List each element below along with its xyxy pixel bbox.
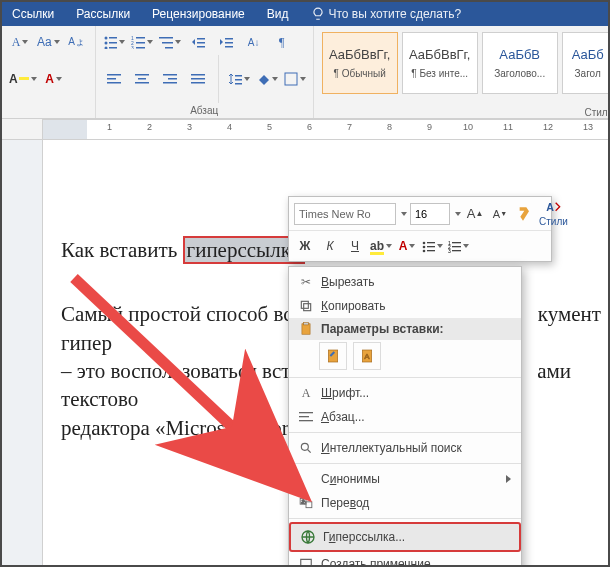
font-color-mini-button[interactable]: A bbox=[396, 234, 418, 258]
paste-options-row: A bbox=[289, 340, 521, 374]
styles-gallery: АаБбВвГг,¶ Обычный АаБбВвГг,¶ Без инте..… bbox=[314, 26, 610, 94]
italic-button[interactable]: К bbox=[319, 234, 341, 258]
menu-copy[interactable]: Копировать bbox=[289, 294, 521, 318]
format-painter-button[interactable] bbox=[514, 202, 536, 226]
menu-cut[interactable]: ✂ Вырезать bbox=[289, 270, 521, 294]
menu-paragraph[interactable]: Абзац... bbox=[289, 405, 521, 429]
vertical-ruler[interactable] bbox=[2, 140, 43, 565]
svg-rect-13 bbox=[162, 42, 173, 44]
multilevel-list-button[interactable] bbox=[158, 30, 182, 54]
svg-text:あ: あ bbox=[301, 499, 306, 504]
align-right-button[interactable] bbox=[158, 67, 182, 91]
svg-text:3: 3 bbox=[448, 248, 451, 253]
font-group-label bbox=[8, 103, 89, 116]
menu-trans-rest: од bbox=[356, 496, 369, 510]
menu-cut-rest: ырезать bbox=[329, 275, 374, 289]
svg-rect-43 bbox=[427, 250, 435, 251]
svg-rect-29 bbox=[163, 82, 177, 84]
line-spacing-button[interactable] bbox=[227, 67, 251, 91]
selected-text[interactable]: гиперссылку bbox=[183, 236, 306, 264]
paste-keep-source[interactable] bbox=[319, 342, 347, 370]
change-case-button[interactable]: Aa bbox=[36, 30, 61, 54]
svg-point-60 bbox=[301, 443, 308, 450]
grow-font-button[interactable]: A▲ bbox=[464, 202, 486, 226]
tab-mailings[interactable]: Рассылки bbox=[76, 7, 130, 21]
ruler[interactable]: 1 2 3 4 5 6 7 8 9 10 11 12 13 bbox=[2, 119, 608, 140]
align-left-button[interactable] bbox=[102, 67, 126, 91]
clipboard-icon bbox=[295, 322, 317, 336]
font-size-input[interactable] bbox=[410, 203, 450, 225]
numbering-button[interactable]: 123 bbox=[130, 30, 154, 54]
underline-button[interactable]: Ч bbox=[344, 234, 366, 258]
menu-font[interactable]: A Шрифт... bbox=[289, 381, 521, 405]
svg-text:A: A bbox=[547, 201, 555, 213]
svg-rect-45 bbox=[452, 242, 461, 243]
svg-rect-47 bbox=[452, 246, 461, 247]
copy-icon bbox=[295, 299, 317, 313]
menu-paragraph-rest: бзац... bbox=[329, 410, 365, 424]
style-heading1[interactable]: АаБбВЗаголово... bbox=[482, 32, 558, 94]
svg-rect-17 bbox=[197, 46, 205, 48]
paste-text-only[interactable]: A bbox=[353, 342, 381, 370]
menu-copy-rest: опировать bbox=[328, 299, 386, 313]
mini-toolbar: A▲ A▼ A Стили Ж К Ч ab A 123 bbox=[288, 196, 552, 262]
text-highlight-mini-button[interactable]: ab bbox=[369, 234, 393, 258]
menu-synonyms[interactable]: Синонимы bbox=[289, 467, 521, 491]
svg-rect-50 bbox=[304, 304, 311, 311]
svg-rect-41 bbox=[427, 246, 435, 247]
menu-hyperlink[interactable]: Гиперссылка... bbox=[289, 522, 521, 552]
svg-rect-27 bbox=[163, 74, 177, 76]
svg-rect-36 bbox=[285, 73, 297, 85]
svg-text:3: 3 bbox=[131, 45, 134, 49]
svg-rect-15 bbox=[197, 38, 205, 40]
tab-references[interactable]: Ссылки bbox=[12, 7, 54, 21]
style-heading2[interactable]: АаБбЗагол bbox=[562, 32, 610, 94]
decrease-indent-button[interactable] bbox=[186, 30, 210, 54]
svg-rect-31 bbox=[191, 78, 205, 80]
style-normal[interactable]: АаБбВвГг,¶ Обычный bbox=[322, 32, 398, 94]
mini-styles-button[interactable]: A Стили bbox=[539, 200, 568, 227]
font-name-input[interactable] bbox=[294, 203, 396, 225]
shading-button[interactable] bbox=[255, 67, 279, 91]
borders-button[interactable] bbox=[283, 67, 307, 91]
svg-rect-25 bbox=[138, 78, 146, 80]
svg-point-0 bbox=[104, 37, 107, 40]
phonetic-guide-button[interactable]: Aょ bbox=[65, 30, 89, 54]
clear-formatting-button[interactable]: A bbox=[8, 30, 32, 54]
svg-point-2 bbox=[104, 42, 107, 45]
align-center-button[interactable] bbox=[130, 67, 154, 91]
menu-paste-options-header: Параметры вставки: bbox=[289, 318, 521, 340]
justify-button[interactable] bbox=[186, 67, 210, 91]
text-highlight-button[interactable]: A bbox=[8, 67, 38, 91]
svg-rect-7 bbox=[136, 37, 145, 39]
svg-point-40 bbox=[423, 245, 426, 248]
bullets-button[interactable] bbox=[102, 30, 126, 54]
menu-font-rest: рифт... bbox=[332, 386, 369, 400]
svg-point-38 bbox=[423, 241, 426, 244]
scissors-icon: ✂ bbox=[295, 275, 317, 289]
show-paragraph-marks-button[interactable]: ¶ bbox=[270, 30, 294, 54]
styles-group-label: Стил bbox=[314, 105, 610, 118]
increase-indent-button[interactable] bbox=[214, 30, 238, 54]
svg-point-42 bbox=[423, 249, 426, 252]
svg-rect-49 bbox=[452, 250, 461, 251]
svg-rect-57 bbox=[299, 412, 313, 413]
menu-smart-lookup[interactable]: Интеллектуальный поиск bbox=[289, 436, 521, 460]
bold-button[interactable]: Ж bbox=[294, 234, 316, 258]
sort-button[interactable]: A↓ bbox=[242, 30, 266, 54]
style-no-spacing[interactable]: АаБбВвГг,¶ Без инте... bbox=[402, 32, 478, 94]
tell-me-search[interactable]: Что вы хотите сделать? bbox=[311, 7, 484, 21]
shrink-font-button[interactable]: A▼ bbox=[489, 202, 511, 226]
svg-rect-58 bbox=[299, 416, 309, 417]
font-color-button[interactable]: A bbox=[42, 67, 66, 91]
tab-review[interactable]: Рецензирование bbox=[152, 7, 245, 21]
menu-translate[interactable]: あ Перевод bbox=[289, 491, 521, 515]
tab-view[interactable]: Вид bbox=[267, 7, 289, 21]
numbering-mini-button[interactable]: 123 bbox=[447, 234, 470, 258]
menu-new-comment[interactable]: Создать примечние bbox=[289, 552, 521, 567]
submenu-arrow-icon bbox=[506, 475, 511, 483]
svg-rect-33 bbox=[235, 75, 242, 77]
svg-rect-34 bbox=[235, 79, 242, 81]
bullets-mini-button[interactable] bbox=[421, 234, 444, 258]
svg-rect-54 bbox=[328, 350, 337, 362]
